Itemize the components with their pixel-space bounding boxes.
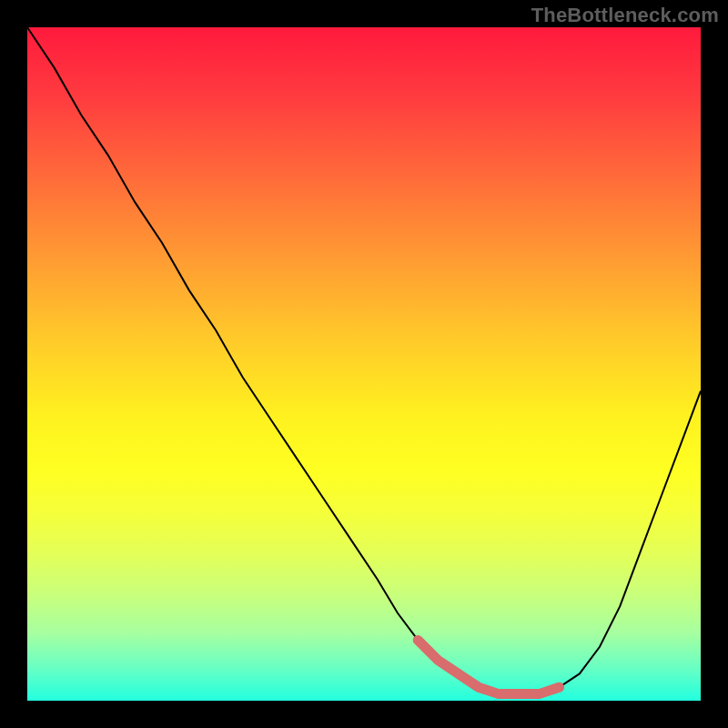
watermark-text: TheBottleneck.com [531, 4, 719, 27]
bottleneck-curve [27, 27, 701, 694]
curve-overlay [27, 27, 701, 701]
chart-frame: TheBottleneck.com [0, 0, 728, 728]
highlight-segment [418, 640, 559, 693]
